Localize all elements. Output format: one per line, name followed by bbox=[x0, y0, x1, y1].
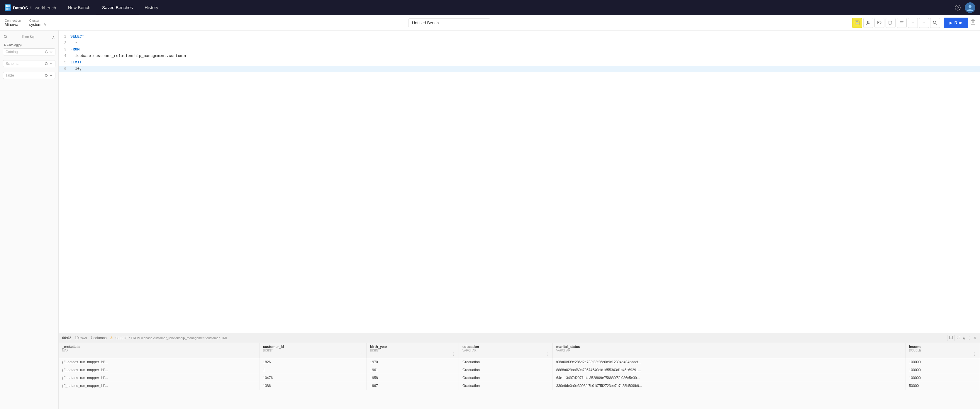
table-row: { "_dataos_run_mapper_id"...13861967Grad… bbox=[59, 382, 980, 390]
table-cell: Graduation bbox=[459, 358, 552, 366]
code-line-5: 5 LIMIT bbox=[59, 59, 980, 66]
delete-bench-button[interactable] bbox=[970, 19, 975, 26]
schema-chevron-icon bbox=[49, 62, 53, 66]
svg-rect-3 bbox=[8, 8, 10, 10]
search-query-button[interactable] bbox=[930, 18, 940, 28]
tag-button[interactable] bbox=[875, 18, 885, 28]
table-cell: 1 bbox=[259, 366, 366, 374]
svg-rect-0 bbox=[6, 5, 8, 7]
share-user-button[interactable] bbox=[863, 18, 873, 28]
connection-info: Connection Minerva bbox=[5, 19, 21, 27]
col-header-marital-status[interactable]: marital_status VARCHAR ⋮ bbox=[552, 343, 905, 358]
svg-line-18 bbox=[936, 24, 937, 25]
nav-new-bench[interactable]: New Bench bbox=[62, 0, 96, 15]
results-table-wrapper[interactable]: _metadata MAP ⋮ customer_id BIGINT ⋮ bir… bbox=[59, 343, 980, 409]
user-avatar[interactable] bbox=[965, 2, 975, 13]
brand-logo-icon bbox=[5, 5, 11, 11]
table-cell: 100000 bbox=[905, 374, 980, 382]
table-cell: 64e113497d2971a4c3528f09e756880f5fc036c5… bbox=[552, 374, 905, 382]
cluster-edit-icon[interactable]: ✎ bbox=[43, 22, 46, 27]
help-icon-button[interactable]: ? bbox=[953, 2, 963, 13]
table-cell: 330e6de0a0e3008fc7b01075f2723ee7e7c28b50… bbox=[552, 382, 905, 390]
table-cell: 8888a029aaf60b70574640efd1655343d1c46c69… bbox=[552, 366, 905, 374]
main-layout: Trino Sql ∧ 6 Catalog(s) Catalogs bbox=[0, 30, 980, 409]
svg-point-17 bbox=[933, 21, 936, 24]
top-navigation: DataOS® workbench New Bench Saved Benche… bbox=[0, 0, 980, 15]
catalog-section: 6 Catalog(s) Catalogs bbox=[0, 42, 58, 60]
cluster-info: Cluster system ✎ bbox=[29, 19, 47, 27]
table-cell: Graduation bbox=[459, 374, 552, 382]
svg-point-10 bbox=[867, 21, 869, 23]
col-header-customer-id[interactable]: customer_id BIGINT ⋮ bbox=[259, 343, 366, 358]
table-cell: { "_dataos_run_mapper_id"... bbox=[59, 358, 259, 366]
maximize-results-button[interactable] bbox=[956, 336, 961, 340]
close-results-button[interactable]: ✕ bbox=[973, 336, 977, 340]
table-cell: 1958 bbox=[366, 374, 459, 382]
svg-point-6 bbox=[969, 5, 972, 8]
col-header-birth-year[interactable]: birth_year BIGINT ⋮ bbox=[366, 343, 459, 358]
svg-rect-9 bbox=[856, 23, 859, 24]
code-editor[interactable]: 1 SELECT 2 * 3 FROM 4 icebase.customer_r… bbox=[59, 30, 980, 333]
results-table-body: { "_dataos_run_mapper_id"...18261970Grad… bbox=[59, 358, 980, 390]
results-panel: 00:02 10 rows 7 columns ⚠ SELECT * FROM … bbox=[59, 333, 980, 409]
warning-icon: ⚠ bbox=[110, 336, 113, 340]
schema-select[interactable]: Schema bbox=[3, 60, 56, 67]
svg-line-25 bbox=[6, 38, 7, 38]
table-chevron-icon bbox=[49, 73, 53, 77]
table-refresh-icon[interactable] bbox=[45, 73, 48, 77]
table-section: Table bbox=[0, 72, 58, 84]
sidebar-search-icon[interactable] bbox=[3, 35, 8, 40]
svg-rect-19 bbox=[971, 21, 975, 24]
schema-refresh-icon[interactable] bbox=[45, 62, 48, 66]
decrease-button[interactable]: − bbox=[908, 18, 918, 28]
brand-subtitle: workbench bbox=[35, 5, 56, 10]
save-button[interactable] bbox=[852, 18, 862, 28]
increase-button[interactable]: + bbox=[919, 18, 929, 28]
editor-area: 1 SELECT 2 * 3 FROM 4 icebase.customer_r… bbox=[59, 30, 980, 409]
engine-label: Trino Sql bbox=[22, 35, 38, 40]
results-table: _metadata MAP ⋮ customer_id BIGINT ⋮ bir… bbox=[59, 343, 980, 390]
table-row: { "_dataos_run_mapper_id"...11961Graduat… bbox=[59, 366, 980, 374]
svg-rect-26 bbox=[950, 336, 953, 339]
bench-title-input[interactable] bbox=[408, 19, 490, 27]
format-button[interactable] bbox=[897, 18, 907, 28]
results-actions: ∧ ⋮ ✕ bbox=[947, 335, 977, 341]
copy-button[interactable] bbox=[886, 18, 896, 28]
sidebar-collapse-icon[interactable]: ∧ bbox=[52, 35, 55, 40]
svg-rect-13 bbox=[889, 21, 891, 24]
col-header-metadata[interactable]: _metadata MAP ⋮ bbox=[59, 343, 259, 358]
table-cell: 10476 bbox=[259, 374, 366, 382]
expand-results-button[interactable] bbox=[947, 335, 955, 341]
chevron-down-icon bbox=[49, 50, 53, 54]
table-cell: 1967 bbox=[366, 382, 459, 390]
nav-history[interactable]: History bbox=[139, 0, 164, 15]
collapse-results-up[interactable]: ∧ bbox=[963, 336, 965, 340]
table-cell: 100000 bbox=[905, 366, 980, 374]
col-header-income[interactable]: income DOUBLE ⋮ bbox=[905, 343, 980, 358]
table-cell: { "_dataos_run_mapper_id"... bbox=[59, 366, 259, 374]
table-cell: Graduation bbox=[459, 366, 552, 374]
nav-saved-benches[interactable]: Saved Benches bbox=[96, 0, 139, 15]
results-rows: 10 rows bbox=[75, 336, 87, 340]
code-line-6: 6 10; bbox=[59, 66, 980, 72]
code-line-4: 4 icebase.customer_relationship_manageme… bbox=[59, 53, 980, 59]
table-cell: 1961 bbox=[366, 366, 459, 374]
more-options-button[interactable]: ⋮ bbox=[967, 336, 971, 340]
table-row: { "_dataos_run_mapper_id"...18261970Grad… bbox=[59, 358, 980, 366]
run-button[interactable]: ▶ Run bbox=[943, 18, 968, 28]
catalogs-select[interactable]: Catalogs bbox=[3, 48, 56, 56]
table-cell: { "_dataos_run_mapper_id"... bbox=[59, 374, 259, 382]
results-query-preview: ⚠ SELECT * FROM icebase.customer_relatio… bbox=[110, 336, 943, 340]
col-header-education[interactable]: education VARCHAR ⋮ bbox=[459, 343, 552, 358]
refresh-icon[interactable] bbox=[45, 50, 48, 54]
table-cell: { "_dataos_run_mapper_id"... bbox=[59, 382, 259, 390]
results-columns: 7 columns bbox=[91, 336, 107, 340]
toolbar-buttons: − + ▶ Run bbox=[852, 18, 975, 28]
results-header: 00:02 10 rows 7 columns ⚠ SELECT * FROM … bbox=[59, 333, 980, 343]
bench-title-area bbox=[51, 19, 847, 27]
schema-section: Schema bbox=[0, 60, 58, 72]
run-icon: ▶ bbox=[950, 21, 952, 25]
brand-logo-area: DataOS® workbench bbox=[5, 5, 56, 11]
table-select[interactable]: Table bbox=[3, 72, 56, 79]
catalog-section-label: 6 Catalog(s) bbox=[3, 42, 56, 48]
